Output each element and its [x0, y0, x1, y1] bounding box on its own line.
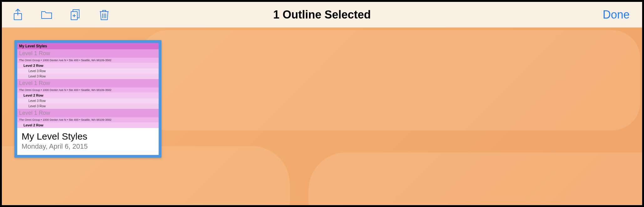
document-title: My Level Styles [22, 131, 154, 142]
toolbar-left [11, 8, 111, 21]
thumb-header: My Level Styles [17, 43, 159, 49]
thumb-level2: Level 2 Row [17, 93, 159, 98]
share-icon[interactable] [11, 8, 24, 21]
thumb-level3: Level 3 Row [17, 98, 159, 104]
thumb-level1: Level 1 Row [17, 109, 159, 117]
document-thumbnail[interactable]: My Level Styles Level 1 Row The Omni Gro… [14, 40, 161, 158]
thumb-level1: Level 1 Row [17, 49, 159, 58]
thumb-level1: Level 1 Row [17, 79, 159, 88]
thumb-note: The Omni Group • 1000 Dexter Ave N • Ste… [17, 58, 159, 63]
document-meta: My Level Styles Monday, April 6, 2015 [17, 128, 159, 155]
thumb-level2: Level 2 Row [17, 63, 159, 68]
document-date: Monday, April 6, 2015 [22, 142, 154, 151]
thumb-level3: Level 3 Row [17, 74, 159, 79]
trash-icon[interactable] [98, 8, 111, 21]
document-grid: My Level Styles Level 1 Row The Omni Gro… [2, 28, 642, 170]
duplicate-icon[interactable] [69, 8, 82, 21]
folder-icon[interactable] [40, 8, 53, 21]
thumb-level3: Level 3 Row [17, 104, 159, 109]
done-button[interactable]: Done [603, 8, 636, 21]
thumb-level2: Level 2 Row [17, 122, 159, 128]
thumb-note: The Omni Group • 1000 Dexter Ave N • Ste… [17, 117, 159, 122]
thumbnail-preview: My Level Styles Level 1 Row The Omni Gro… [17, 43, 159, 128]
thumb-note: The Omni Group • 1000 Dexter Ave N • Ste… [17, 88, 159, 93]
thumb-level3: Level 3 Row [17, 68, 159, 74]
toolbar: 1 Outline Selected Done [2, 2, 642, 28]
